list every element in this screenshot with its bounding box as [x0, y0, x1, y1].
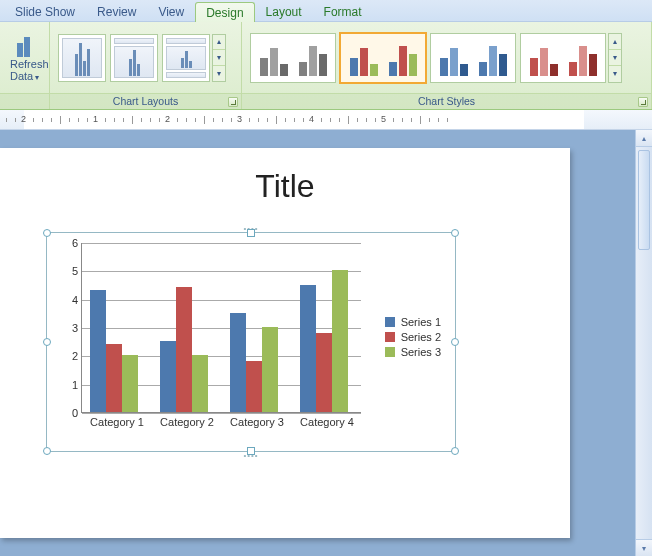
- y-axis-tick: 6: [72, 237, 78, 249]
- ruler-number: 4: [309, 114, 314, 124]
- scrollbar-thumb[interactable]: [638, 150, 650, 250]
- y-axis-tick: 2: [72, 350, 78, 362]
- refresh-data-button[interactable]: Refresh Data ▾: [6, 31, 53, 84]
- tab-format[interactable]: Format: [313, 1, 373, 21]
- chart-style-thumb-4[interactable]: [520, 33, 606, 83]
- spin-up-icon[interactable]: ▴: [609, 34, 621, 50]
- chart-layouts-gallery: ▴ ▾ ▾: [56, 34, 226, 82]
- chart-layout-thumb-2[interactable]: [110, 34, 158, 82]
- tab-view[interactable]: View: [147, 1, 195, 21]
- chart-styles-spinner[interactable]: ▴▾▾: [608, 33, 622, 83]
- vertical-scrollbar[interactable]: ▴ ▾: [635, 130, 652, 556]
- tab-design[interactable]: Design: [195, 2, 254, 22]
- legend-item[interactable]: Series 1: [385, 316, 441, 328]
- resize-handle[interactable]: [43, 229, 51, 237]
- legend-swatch-icon: [385, 317, 395, 327]
- legend-label: Series 1: [401, 316, 441, 328]
- chart-legend[interactable]: Series 1Series 2Series 3: [385, 313, 441, 361]
- chart-object[interactable]: •••• •••• 0123456Category 1Category 2Cat…: [46, 232, 456, 452]
- legend-item[interactable]: Series 2: [385, 331, 441, 343]
- dropdown-arrow-icon: ▾: [33, 73, 39, 82]
- horizontal-ruler: 01212345: [0, 110, 652, 130]
- x-axis-category: Category 4: [300, 416, 354, 428]
- scroll-down-icon[interactable]: ▾: [636, 539, 652, 556]
- y-axis-tick: 4: [72, 294, 78, 306]
- x-axis-category: Category 3: [230, 416, 284, 428]
- chart-style-thumb-1[interactable]: [250, 33, 336, 83]
- spin-down-icon[interactable]: ▾: [609, 50, 621, 66]
- x-axis-category: Category 1: [90, 416, 144, 428]
- tab-review[interactable]: Review: [86, 1, 147, 21]
- chart-plot-area[interactable]: 0123456Category 1Category 2Category 3Cat…: [81, 243, 361, 413]
- tab-layout[interactable]: Layout: [255, 1, 313, 21]
- spin-more-icon[interactable]: ▾: [213, 66, 225, 81]
- scroll-up-icon[interactable]: ▴: [636, 130, 652, 147]
- legend-swatch-icon: [385, 332, 395, 342]
- ribbon-tabstrip: Slide Show Review View Design Layout For…: [0, 0, 652, 22]
- group-chart-layouts: ▴ ▾ ▾ Chart Layouts: [50, 22, 242, 109]
- slide-workspace: Title •••• •••• 0123456Category 1Categor…: [0, 130, 652, 556]
- resize-handle[interactable]: [451, 229, 459, 237]
- y-axis-tick: 5: [72, 265, 78, 277]
- ruler-number: 1: [93, 114, 98, 124]
- ruler-number: 2: [165, 114, 170, 124]
- resize-handle[interactable]: [247, 229, 255, 237]
- spin-down-icon[interactable]: ▾: [213, 50, 225, 66]
- legend-item[interactable]: Series 3: [385, 346, 441, 358]
- y-axis-tick: 3: [72, 322, 78, 334]
- slide[interactable]: Title •••• •••• 0123456Category 1Categor…: [0, 148, 570, 538]
- chart-styles-gallery: ▴▾▾: [248, 33, 622, 83]
- ruler-number: 2: [21, 114, 26, 124]
- x-axis-category: Category 2: [160, 416, 214, 428]
- ruler-number: 3: [237, 114, 242, 124]
- dialog-launcher-icon[interactable]: [638, 97, 648, 107]
- chart-style-thumb-2[interactable]: [340, 33, 426, 83]
- resize-handle[interactable]: [247, 447, 255, 455]
- y-axis-tick: 1: [72, 379, 78, 391]
- slide-title[interactable]: Title: [0, 168, 570, 205]
- resize-handle[interactable]: [451, 338, 459, 346]
- tab-slideshow[interactable]: Slide Show: [4, 1, 86, 21]
- legend-label: Series 2: [401, 331, 441, 343]
- resize-handle[interactable]: [451, 447, 459, 455]
- group-chart-layouts-label: Chart Layouts: [50, 93, 241, 109]
- resize-handle[interactable]: [43, 338, 51, 346]
- group-chart-styles: ▴▾▾ Chart Styles: [242, 22, 652, 109]
- chart-layout-thumb-1[interactable]: [58, 34, 106, 82]
- group-data: Refresh Data ▾: [0, 22, 50, 109]
- group-data-label: [0, 93, 49, 109]
- resize-handle[interactable]: [43, 447, 51, 455]
- bar-chart-icon: [17, 33, 41, 57]
- group-chart-styles-label: Chart Styles: [242, 93, 651, 109]
- chart-layouts-spinner[interactable]: ▴ ▾ ▾: [212, 34, 226, 82]
- legend-label: Series 3: [401, 346, 441, 358]
- dialog-launcher-icon[interactable]: [228, 97, 238, 107]
- chart-layout-thumb-3[interactable]: [162, 34, 210, 82]
- spin-up-icon[interactable]: ▴: [213, 35, 225, 51]
- legend-swatch-icon: [385, 347, 395, 357]
- ribbon: Refresh Data ▾ ▴: [0, 22, 652, 110]
- refresh-data-label: Refresh Data: [10, 58, 49, 82]
- ruler-number: 5: [381, 114, 386, 124]
- y-axis-tick: 0: [72, 407, 78, 419]
- spin-more-icon[interactable]: ▾: [609, 66, 621, 81]
- chart-style-thumb-3[interactable]: [430, 33, 516, 83]
